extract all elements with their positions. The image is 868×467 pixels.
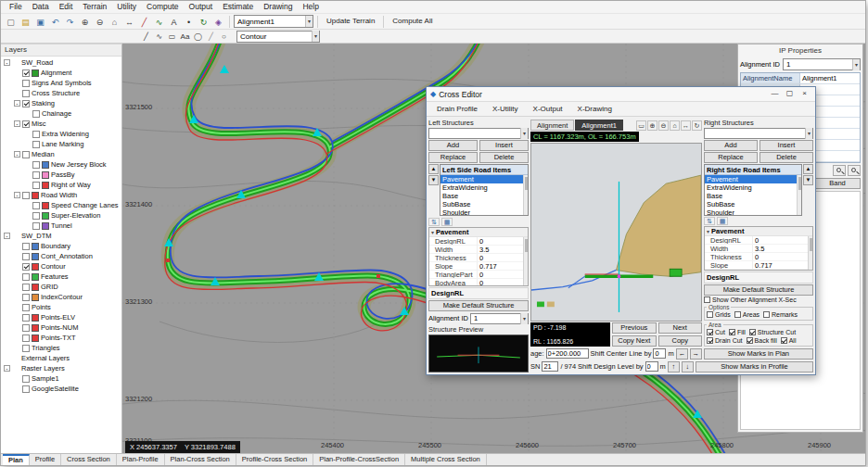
- scrollbar[interactable]: [797, 175, 801, 215]
- menu-item[interactable]: Utility: [112, 2, 141, 12]
- layer-visibility-checkbox[interactable]: [32, 222, 40, 230]
- road-item[interactable]: Shoulder: [705, 208, 801, 216]
- menu-item[interactable]: Compute: [142, 2, 184, 12]
- ellipse-icon[interactable]: ○: [218, 31, 230, 42]
- area-checkbox[interactable]: [707, 337, 713, 344]
- layer-tree-row[interactable]: Points: [1, 302, 121, 312]
- shift-center-input[interactable]: [653, 348, 666, 359]
- layer-tree-row[interactable]: Sample1: [1, 373, 121, 384]
- dialog-tab[interactable]: Drain Profile: [430, 104, 484, 116]
- tree-expander-icon[interactable]: [14, 80, 20, 86]
- area-checkbox[interactable]: [749, 329, 756, 335]
- refresh-icon[interactable]: ↻: [692, 120, 702, 131]
- menu-item[interactable]: Drawing: [259, 2, 297, 12]
- option-checkbox-row[interactable]: Areas: [734, 311, 760, 318]
- layer-visibility-checkbox[interactable]: [32, 202, 40, 209]
- redo-icon[interactable]: ↷: [63, 15, 77, 29]
- layer-tree-row[interactable]: Tunnel: [1, 221, 121, 231]
- move-down-icon[interactable]: ▼: [428, 175, 439, 185]
- contour-select[interactable]: Contour ▾: [236, 31, 320, 43]
- property-row[interactable]: Slope 0.717: [429, 262, 528, 271]
- menu-item[interactable]: Data: [28, 2, 54, 12]
- right-insert-button[interactable]: Insert: [760, 140, 813, 151]
- property-row[interactable]: Thickness 0: [429, 254, 528, 262]
- tree-expander-icon[interactable]: -: [4, 59, 10, 66]
- show-other-alignment-checkbox-row[interactable]: Show Other Alignment X-Sec: [704, 297, 813, 303]
- curve-icon[interactable]: ∿: [152, 15, 166, 29]
- area-checkbox[interactable]: [747, 337, 753, 344]
- alignment1-tab[interactable]: Alignment1: [575, 120, 623, 131]
- layer-tree-row[interactable]: Triangles: [1, 343, 121, 353]
- save-icon[interactable]: ▣: [33, 15, 47, 29]
- dialog-alignment-id-select[interactable]: 1 ▾: [470, 313, 529, 324]
- tree-expander-icon[interactable]: [14, 334, 20, 341]
- area-checkbox-row[interactable]: Structure Cut: [749, 329, 796, 335]
- right-road-items-list[interactable]: Right Side Road Items PavementExtraWiden…: [704, 164, 802, 216]
- road-item[interactable]: SubBase: [705, 200, 801, 208]
- property-row[interactable]: DesignRL 0: [429, 237, 528, 246]
- tree-expander-icon[interactable]: [24, 202, 31, 208]
- layer-tree-row[interactable]: Points-ELV: [1, 312, 121, 322]
- tree-expander-icon[interactable]: [14, 314, 20, 321]
- layer-tree-row[interactable]: IndexContour: [1, 292, 121, 302]
- tree-expander-icon[interactable]: [14, 375, 20, 382]
- property-value-cell[interactable]: Alignment1: [800, 73, 860, 83]
- sort-icon[interactable]: ⇅: [704, 217, 715, 225]
- layer-visibility-checkbox[interactable]: [32, 212, 40, 220]
- option-checkbox-row[interactable]: Remarks: [763, 311, 798, 318]
- property-row[interactable]: Width 3.5: [429, 246, 528, 254]
- right-make-default-button[interactable]: Make Default Structure: [704, 284, 813, 296]
- menu-item[interactable]: Terrain: [78, 2, 111, 12]
- property-value[interactable]: 3.5: [478, 246, 528, 253]
- view-tab[interactable]: Multiple Cross Section: [405, 454, 487, 465]
- shift-up-icon[interactable]: ↑: [668, 361, 680, 372]
- layer-visibility-checkbox[interactable]: [22, 69, 30, 77]
- tree-expander-icon[interactable]: [4, 355, 10, 361]
- tree-expander-icon[interactable]: [14, 284, 20, 290]
- layer-visibility-checkbox[interactable]: [22, 192, 30, 199]
- point-icon[interactable]: •: [182, 15, 196, 29]
- tree-expander-icon[interactable]: [14, 90, 20, 96]
- layer-tree-row[interactable]: GRID: [1, 282, 121, 292]
- search-button[interactable]: [833, 165, 846, 176]
- road-item[interactable]: ExtraWidening: [705, 183, 801, 192]
- area-checkbox-row[interactable]: Fill: [729, 329, 746, 335]
- next-button[interactable]: Next: [658, 322, 703, 334]
- property-row[interactable]: Width 3.5: [705, 245, 812, 253]
- tree-expander-icon[interactable]: [14, 263, 20, 270]
- maximize-icon[interactable]: ▢: [783, 88, 797, 100]
- view-tab[interactable]: Cross Section: [61, 454, 117, 465]
- show-marks-in-plan-button[interactable]: Show Marks in Plan: [704, 348, 813, 360]
- layer-tree-row[interactable]: - Misc: [1, 119, 121, 129]
- property-row[interactable]: TrianglePart 0: [429, 271, 528, 279]
- layer-tree-row[interactable]: New Jersey Block: [1, 159, 121, 170]
- layer-visibility-checkbox[interactable]: [22, 263, 30, 271]
- property-value[interactable]: 0: [478, 279, 528, 286]
- layer-visibility-checkbox[interactable]: [22, 334, 30, 342]
- layer-tree-row[interactable]: Right of Way: [1, 180, 121, 190]
- text-icon[interactable]: Aa: [179, 31, 191, 42]
- left-insert-button[interactable]: Insert: [479, 140, 529, 151]
- section-number-input[interactable]: [542, 361, 558, 372]
- left-road-items-list[interactable]: Left Side Road Items PavementExtraWideni…: [440, 164, 529, 216]
- layer-tree-row[interactable]: External Layers: [1, 353, 121, 363]
- layer-visibility-checkbox[interactable]: [22, 385, 30, 393]
- tree-expander-icon[interactable]: -: [4, 233, 10, 239]
- circle-icon[interactable]: ◯: [192, 31, 204, 42]
- option-checkbox-row[interactable]: Grids: [707, 311, 731, 318]
- tree-expander-icon[interactable]: [14, 324, 20, 331]
- option-checkbox[interactable]: [734, 311, 741, 318]
- tree-expander-icon[interactable]: [24, 110, 31, 117]
- shift-right-icon[interactable]: →: [690, 348, 702, 360]
- band-button[interactable]: Band: [814, 178, 861, 189]
- property-value[interactable]: 0: [478, 271, 528, 278]
- layer-tree-row[interactable]: - Median: [1, 149, 121, 159]
- property-row[interactable]: Slope 0.717: [705, 261, 812, 270]
- property-value[interactable]: 0.717: [478, 262, 528, 270]
- tree-expander-icon[interactable]: [24, 131, 31, 137]
- area-checkbox[interactable]: [729, 329, 735, 335]
- tree-expander-icon[interactable]: [14, 385, 20, 392]
- road-item[interactable]: Pavement: [705, 175, 801, 183]
- menu-item[interactable]: Output: [185, 2, 218, 12]
- menu-item[interactable]: Estimate: [218, 2, 258, 12]
